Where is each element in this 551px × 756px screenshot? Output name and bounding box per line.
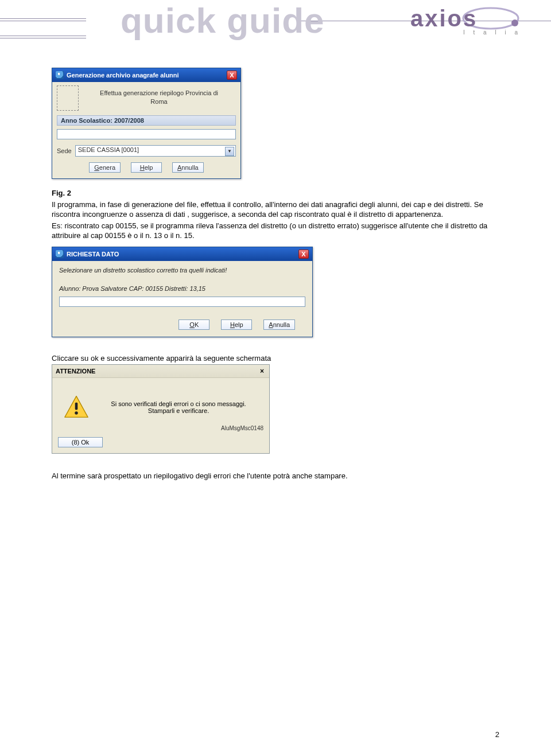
close-icon[interactable]: ×: [258, 367, 266, 375]
dialog-message: Effettua generazione riepilogo Provincia…: [57, 85, 236, 107]
close-icon[interactable]: X: [298, 250, 309, 259]
svg-point-1: [511, 20, 518, 26]
header-rule: [0, 21, 86, 21]
page-header: quick guide axios I t a l i a: [52, 5, 499, 45]
paragraph-4: Al termine sarà prospettato un riepiloga…: [52, 471, 499, 481]
warning-icon: [64, 394, 89, 420]
genera-button[interactable]: Genera: [89, 162, 121, 173]
guide-title: quick guide: [121, 0, 324, 41]
dialog-message: Si sono verificati degli errori o ci son…: [99, 400, 258, 414]
dialog-body: Effettua generazione riepilogo Provincia…: [52, 82, 240, 178]
sede-select[interactable]: SEDE CASSIA [0001]: [75, 145, 236, 157]
paragraph-2: Es: riscontrato cap 00155, se il program…: [52, 221, 499, 241]
attn-msg-line1: Si sono verificati degli errori o ci son…: [111, 400, 246, 407]
attn-msg-line2: Stamparli e verificare.: [148, 407, 209, 414]
dialog-title: Generazione archivio anagrafe alunni: [67, 72, 179, 79]
paragraph-3: Cliccare su ok e successivamente apparir…: [52, 353, 499, 364]
dialog-richiesta-dato: RICHIESTA DATO X Selezionare un distrett…: [52, 247, 313, 337]
annulla-button[interactable]: Annulla: [172, 162, 204, 173]
figure-label: Fig. 2: [52, 188, 499, 198]
help-button[interactable]: Help: [221, 319, 252, 330]
blank-field[interactable]: [57, 129, 236, 139]
sede-label: Sede: [57, 147, 72, 154]
dialog-generazione: Generazione archivio anagrafe alunni X E…: [52, 68, 241, 179]
app-icon: [56, 71, 64, 79]
dialog-body: Si sono verificati degli errori o ci son…: [52, 378, 269, 425]
dialog-title: ATTENZIONE: [56, 368, 95, 375]
svg-rect-3: [75, 403, 78, 410]
page-number: 2: [495, 730, 499, 739]
sede-row: Sede SEDE CASSIA [0001]: [57, 145, 236, 157]
sede-value: SEDE CASSIA [0001]: [78, 146, 139, 153]
close-icon[interactable]: X: [227, 71, 237, 80]
dialog-title: RICHIESTA DATO: [67, 251, 119, 258]
dialog-attenzione: ATTENZIONE × Si sono verificati degli er…: [52, 364, 270, 454]
distretto-input[interactable]: [59, 297, 305, 307]
ok-button[interactable]: OK: [179, 319, 209, 330]
dialog-instruction: Selezionare un distretto scolastico corr…: [59, 267, 305, 274]
svg-point-4: [75, 412, 78, 415]
annulla-button[interactable]: Annulla: [263, 319, 295, 330]
dialog-titlebar: Generazione archivio anagrafe alunni X: [52, 68, 240, 82]
thumbnail-placeholder: [57, 85, 79, 111]
dialog-body: Selezionare un distretto scolastico corr…: [52, 261, 312, 337]
error-code: AluMsgMsc0148: [52, 425, 269, 434]
header-rule: [0, 38, 86, 38]
ok-button[interactable]: (8) Ok: [58, 437, 103, 447]
dialog-message-line1: Effettua generazione riepilogo Provincia…: [100, 89, 218, 96]
dialog-detail-line: Alunno: Prova Salvatore CAP: 00155 Distr…: [59, 285, 305, 292]
logo-text: axios: [410, 6, 478, 31]
paragraph-1: Il programma, in fase di generazione del…: [52, 200, 499, 220]
dialog-button-row: Genera Help Annulla: [57, 157, 236, 174]
app-icon: [56, 250, 64, 258]
dialog-button-row: (8) Ok: [52, 434, 269, 453]
dialog-titlebar: RICHIESTA DATO X: [52, 247, 312, 261]
logo-subtext: I t a l i a: [463, 29, 519, 36]
dialog-titlebar: ATTENZIONE ×: [52, 365, 269, 378]
header-rule: [0, 18, 86, 19]
anno-scolastico-bar: Anno Scolastico: 2007/2008: [57, 115, 236, 126]
help-button[interactable]: Help: [131, 162, 162, 173]
header-rule: [0, 36, 86, 36]
dialog-message-line2: Roma: [150, 98, 167, 105]
dialog-button-row: OK Help Annulla: [59, 314, 305, 331]
axios-logo: axios I t a l i a: [393, 1, 519, 41]
